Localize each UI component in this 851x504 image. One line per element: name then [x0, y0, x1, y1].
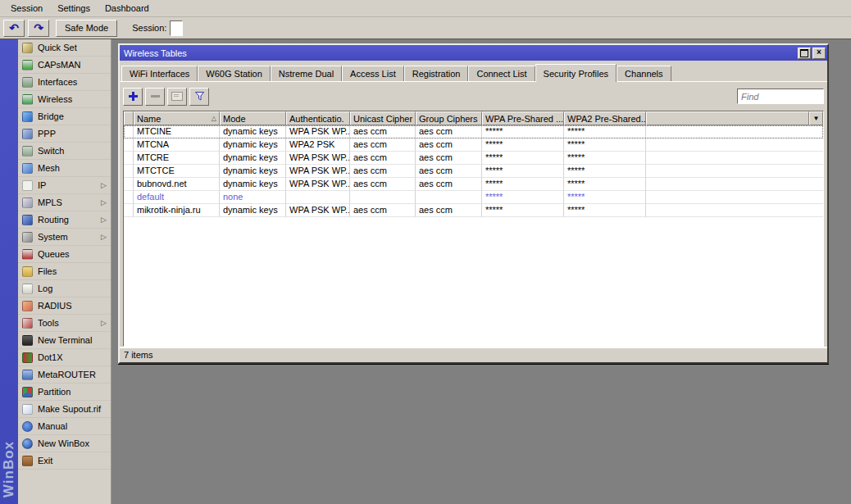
sidebar-item-label: PPP — [38, 129, 108, 138]
partition-icon — [22, 387, 33, 397]
cell-wpa-pre-shared: ***** — [482, 178, 564, 191]
manual-icon — [22, 421, 33, 432]
table-header-unicast-cipher[interactable]: Unicast Cipher — [350, 111, 416, 125]
table-row[interactable]: mikrotik-ninja.rudynamic keysWPA PSK WP.… — [124, 204, 823, 217]
menubar: SessionSettingsDashboard — [0, 0, 851, 17]
cell-authenticatio: WPA PSK WP... — [286, 178, 350, 191]
sidebar-item-partition[interactable]: Partition — [18, 384, 111, 401]
chevron-right-icon: ▷ — [101, 216, 108, 224]
tab-w60g-station[interactable]: W60G Station — [198, 66, 270, 81]
cell-empty — [646, 191, 823, 204]
sidebar-item-ppp[interactable]: PPP — [18, 125, 111, 143]
sidebar-item-ip[interactable]: IP▷ — [18, 177, 111, 194]
table-header-wpa-pre-shared[interactable]: WPA Pre-Shared ... — [482, 111, 564, 125]
tab-channels[interactable]: Channels — [617, 66, 671, 81]
cell-unicast-cipher: aes ccm — [350, 125, 416, 138]
sidebar-item-capsman[interactable]: CAPsMAN — [18, 57, 111, 74]
cell-wpa2-pre-shared: ***** — [564, 125, 646, 138]
sidebar-item-dot1x[interactable]: Dot1X — [18, 349, 111, 366]
sidebar-item-files[interactable]: Files — [18, 263, 111, 280]
tab-nstreme-dual[interactable]: Nstreme Dual — [271, 66, 342, 81]
sidebar-item-make-supout-rif[interactable]: Make Supout.rif — [18, 401, 111, 418]
table-header-name[interactable]: Name△ — [134, 111, 220, 125]
safe-mode-button[interactable]: Safe Mode — [56, 20, 117, 37]
sidebar-item-exit[interactable]: Exit — [18, 452, 111, 470]
sidebar-item-interfaces[interactable]: Interfaces — [18, 74, 111, 91]
window-titlebar[interactable]: Wireless Tables × — [120, 45, 827, 61]
cell-authenticatio: WPA PSK WP... — [286, 152, 350, 165]
maximize-button[interactable] — [798, 48, 811, 59]
sidebar-item-routing[interactable]: Routing▷ — [18, 211, 111, 229]
sidebar-item-switch[interactable]: Switch — [18, 143, 111, 160]
header-label: Group Ciphers — [419, 114, 478, 124]
cell-name: mikrotik-ninja.ru — [134, 204, 220, 217]
table-header-authenticatio[interactable]: Authenticatio. — [286, 111, 350, 125]
sidebar-item-label: Quick Set — [38, 43, 108, 52]
table-row[interactable]: MTCINEdynamic keysWPA PSK WP...aes ccmae… — [124, 125, 823, 138]
sidebar-item-new-terminal[interactable]: New Terminal — [18, 332, 111, 349]
cell-wpa2-pre-shared: ***** — [564, 204, 646, 217]
sidebar-item-quick-set[interactable]: Quick Set — [18, 39, 111, 57]
cell-name: MTCINE — [134, 125, 220, 138]
sidebar-item-mesh[interactable]: Mesh — [18, 160, 111, 177]
cell-group-ciphers — [416, 191, 482, 204]
header-label: Unicast Cipher — [353, 114, 412, 124]
sidebar-item-label: Bridge — [38, 111, 108, 121]
sidebar-item-queues[interactable]: Queues — [18, 246, 111, 263]
cell-authenticatio — [286, 191, 350, 204]
close-button[interactable]: × — [812, 48, 826, 59]
chevron-right-icon: ▷ — [101, 233, 108, 241]
tab-wifi-interfaces[interactable]: WiFi Interfaces — [121, 66, 198, 81]
quickset-icon — [22, 43, 33, 53]
find-input[interactable] — [737, 89, 824, 104]
menu-session[interactable]: Session — [3, 2, 50, 15]
sidebar-item-tools[interactable]: Tools▷ — [18, 315, 111, 332]
cell-wpa2-pre-shared: ***** — [564, 165, 646, 178]
cell-group-ciphers: aes ccm — [416, 125, 482, 138]
table-row[interactable]: defaultnone********** — [124, 191, 823, 204]
sidebar-item-label: Partition — [38, 387, 108, 397]
sidebar-item-label: IP — [38, 180, 96, 190]
queues-icon — [22, 249, 33, 260]
tab-connect-list[interactable]: Connect List — [468, 66, 535, 81]
sidebar-item-new-winbox[interactable]: New WinBox — [18, 435, 111, 452]
cell-wpa2-pre-shared: ***** — [564, 138, 646, 152]
copy-button[interactable] — [167, 88, 187, 106]
log-icon — [22, 284, 33, 294]
add-button[interactable] — [123, 88, 143, 106]
table-row[interactable]: MTCREdynamic keysWPA PSK WP...aes ccmaes… — [124, 152, 823, 165]
cell-mode: dynamic keys — [220, 138, 286, 152]
filter-button[interactable] — [189, 88, 209, 106]
cell-empty — [646, 138, 823, 152]
sidebar-item-manual[interactable]: Manual — [18, 418, 111, 435]
capsman-icon — [22, 60, 33, 70]
table-row[interactable]: bubnovd.netdynamic keysWPA PSK WP...aes … — [124, 178, 823, 191]
menu-dashboard[interactable]: Dashboard — [98, 2, 157, 15]
tab-access-list[interactable]: Access List — [342, 66, 404, 81]
sidebar-item-label: MetaROUTER — [38, 370, 108, 379]
sidebar-item-metarouter[interactable]: MetaROUTER — [18, 366, 111, 384]
table-header-wpa2-pre-shared[interactable]: WPA2 Pre-Shared.. — [564, 111, 646, 125]
table-row[interactable]: MTCNAdynamic keysWPA2 PSKaes ccmaes ccm*… — [124, 138, 823, 152]
cell-mode: dynamic keys — [220, 178, 286, 191]
sidebar-item-wireless[interactable]: Wireless — [18, 91, 111, 108]
table-row[interactable]: MTCTCEdynamic keysWPA PSK WP...aes ccmae… — [124, 165, 823, 178]
session-input[interactable] — [170, 20, 183, 36]
sidebar-item-bridge[interactable]: Bridge — [18, 108, 111, 125]
menu-settings[interactable]: Settings — [50, 2, 98, 15]
tab-security-profiles[interactable]: Security Profiles — [535, 64, 617, 82]
redo-button[interactable]: ↷ — [28, 20, 49, 37]
cell-unicast-cipher: aes ccm — [350, 204, 416, 217]
tab-registration[interactable]: Registration — [404, 66, 469, 81]
sidebar-item-log[interactable]: Log — [18, 280, 111, 297]
sidebar-item-system[interactable]: System▷ — [18, 229, 111, 246]
undo-button[interactable]: ↶ — [3, 20, 25, 37]
sidebar-item-mpls[interactable]: MPLS▷ — [18, 194, 111, 211]
remove-button[interactable] — [145, 88, 165, 106]
ip-icon — [22, 180, 33, 191]
column-select-button[interactable]: ▼ — [809, 111, 823, 125]
table-header-group-ciphers[interactable]: Group Ciphers — [416, 111, 482, 125]
table-header-mode[interactable]: Mode — [220, 111, 286, 125]
sidebar-item-radius[interactable]: RADIUS — [18, 297, 111, 315]
header-label: Name — [137, 114, 161, 124]
